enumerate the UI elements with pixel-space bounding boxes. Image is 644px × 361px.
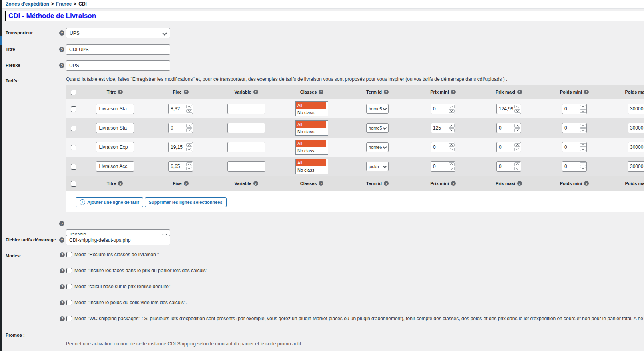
stepper-up-icon[interactable] <box>449 105 455 108</box>
stepper-down-icon[interactable] <box>580 109 586 113</box>
mode-wc-shipping-packages-checkbox[interactable] <box>66 316 72 321</box>
tarif-classes-listbox[interactable]: All No class <box>295 101 328 116</box>
classes-option-noclass[interactable]: No class <box>296 109 328 116</box>
number-stepper[interactable] <box>514 142 521 152</box>
help-icon[interactable]: ? <box>60 252 65 257</box>
number-stepper[interactable] <box>514 104 521 114</box>
tarif-fixe-input[interactable] <box>169 104 186 114</box>
stepper-up-icon[interactable] <box>514 162 520 166</box>
stepper-down-icon[interactable] <box>514 109 520 113</box>
classes-option-all[interactable]: All <box>296 102 326 109</box>
help-icon[interactable]: ? <box>118 181 123 186</box>
help-icon[interactable]: ? <box>253 90 258 94</box>
help-icon[interactable]: ? <box>60 316 65 321</box>
classes-option-noclass[interactable]: No class <box>296 147 328 154</box>
stepper-down-icon[interactable] <box>186 167 192 170</box>
stepper-down-icon[interactable] <box>449 148 455 151</box>
help-icon[interactable]: ? <box>184 181 189 186</box>
poids-mini-input[interactable] <box>562 123 580 133</box>
tarif-titre-input[interactable] <box>96 123 134 133</box>
poids-maxi-input[interactable] <box>628 123 644 133</box>
tarif-fixe-input[interactable] <box>169 142 186 152</box>
help-icon[interactable]: ? <box>584 90 589 94</box>
stepper-down-icon[interactable] <box>580 148 586 151</box>
help-icon[interactable]: ? <box>59 30 64 36</box>
number-stepper[interactable] <box>580 104 586 114</box>
prix-mini-input[interactable] <box>431 162 448 171</box>
stepper-down-icon[interactable] <box>449 128 455 132</box>
row-select-checkbox[interactable] <box>71 106 76 112</box>
tarif-variable-input[interactable] <box>227 142 265 152</box>
delete-rows-button[interactable]: Supprimer les lignes sélectionnées <box>145 197 227 207</box>
transporteur-select[interactable]: UPS <box>66 28 170 38</box>
help-icon[interactable]: ? <box>517 90 522 94</box>
breadcrumb-link-zones[interactable]: Zones d'expédition <box>6 1 49 7</box>
stepper-up-icon[interactable] <box>186 143 192 147</box>
help-icon[interactable]: ? <box>584 181 589 186</box>
number-stepper[interactable] <box>448 123 455 133</box>
help-icon[interactable]: ? <box>59 221 64 226</box>
tarif-termid-select[interactable]: home5 <box>366 123 389 133</box>
number-stepper[interactable] <box>448 162 455 171</box>
mode-prix-remise-checkbox[interactable] <box>66 284 72 289</box>
number-stepper[interactable] <box>186 162 193 171</box>
tarif-fixe-input[interactable] <box>169 162 186 171</box>
poids-mini-input[interactable] <box>562 104 580 114</box>
prix-maxi-input[interactable] <box>497 104 514 114</box>
stepper-down-icon[interactable] <box>514 148 520 151</box>
help-icon[interactable]: ? <box>60 268 65 273</box>
fichier-input[interactable] <box>66 235 170 245</box>
mode-inclure-taxes-checkbox[interactable] <box>66 268 72 273</box>
titre-input[interactable] <box>66 44 170 55</box>
stepper-down-icon[interactable] <box>449 109 455 113</box>
prix-maxi-input[interactable] <box>497 142 514 152</box>
number-stepper[interactable] <box>186 123 193 133</box>
number-stepper[interactable] <box>580 123 586 133</box>
help-icon[interactable]: ? <box>319 90 323 94</box>
stepper-up-icon[interactable] <box>580 143 586 147</box>
tarif-classes-listbox[interactable]: All No class <box>295 140 328 155</box>
stepper-up-icon[interactable] <box>449 124 455 128</box>
row-select-checkbox[interactable] <box>71 126 76 131</box>
breadcrumb-link-france[interactable]: France <box>56 1 72 7</box>
select-all-checkbox[interactable] <box>71 90 76 95</box>
stepper-down-icon[interactable] <box>514 128 520 132</box>
tarif-variable-input[interactable] <box>227 123 265 133</box>
help-icon[interactable]: ? <box>118 90 123 94</box>
number-stepper[interactable] <box>580 162 586 171</box>
stepper-down-icon[interactable] <box>580 167 586 170</box>
stepper-up-icon[interactable] <box>449 143 455 147</box>
stepper-down-icon[interactable] <box>580 128 586 132</box>
help-icon[interactable]: ? <box>384 90 389 94</box>
number-stepper[interactable] <box>514 123 521 133</box>
stepper-up-icon[interactable] <box>514 124 520 128</box>
add-tarif-button[interactable]: + Ajouter une ligne de tarif <box>76 197 143 207</box>
prix-mini-input[interactable] <box>431 142 448 152</box>
prix-mini-input[interactable] <box>431 104 448 114</box>
help-icon[interactable]: ? <box>451 181 456 186</box>
stepper-up-icon[interactable] <box>186 124 192 128</box>
help-icon[interactable]: ? <box>184 90 189 94</box>
classes-option-all[interactable]: All <box>296 140 326 147</box>
classes-option-all[interactable]: All <box>296 159 326 166</box>
stepper-up-icon[interactable] <box>514 105 520 108</box>
number-stepper[interactable] <box>514 162 521 171</box>
select-all-checkbox[interactable] <box>71 181 76 187</box>
tarif-titre-input[interactable] <box>96 104 134 114</box>
help-icon[interactable]: ? <box>253 181 258 186</box>
prefixe-input[interactable] <box>66 60 170 71</box>
classes-option-all[interactable]: All <box>296 121 326 128</box>
tarif-classes-listbox[interactable]: All No class <box>295 120 328 136</box>
tarif-fixe-input[interactable] <box>169 123 186 133</box>
tarif-termid-select[interactable]: home6 <box>366 142 389 152</box>
stepper-down-icon[interactable] <box>186 128 192 132</box>
help-icon[interactable]: ? <box>59 47 64 52</box>
classes-option-noclass[interactable]: No class <box>296 128 328 135</box>
poids-maxi-input[interactable] <box>628 142 644 152</box>
tarif-titre-input[interactable] <box>96 142 134 152</box>
help-icon[interactable]: ? <box>319 181 323 186</box>
help-icon[interactable]: ? <box>451 90 456 94</box>
stepper-down-icon[interactable] <box>186 109 192 113</box>
classes-option-noclass[interactable]: No class <box>296 166 328 174</box>
prix-maxi-input[interactable] <box>497 123 514 133</box>
